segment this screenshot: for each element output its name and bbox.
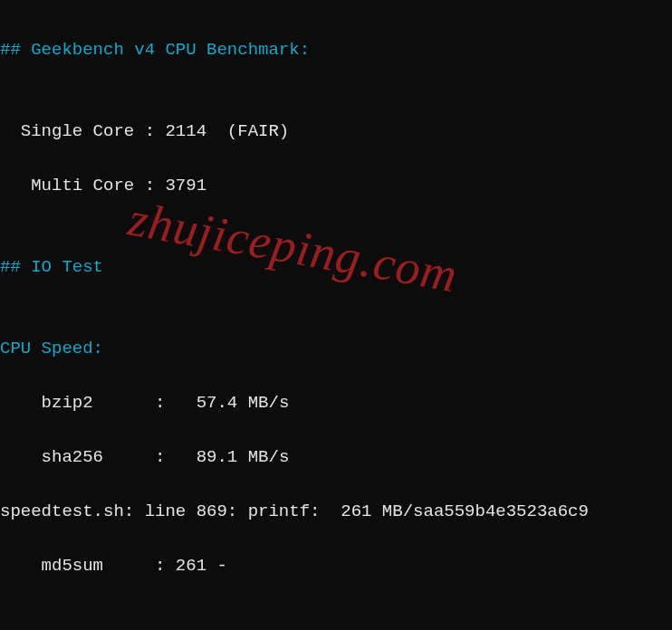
single-core-value: 2114 (FAIR) <box>165 121 289 141</box>
separator: : <box>145 393 176 413</box>
multi-core-value: 3791 <box>165 176 206 196</box>
md5sum-value: 261 - <box>176 556 227 576</box>
single-core-label: Single Core <box>0 121 134 141</box>
sha256-label: sha256 <box>0 447 145 467</box>
separator: : <box>145 556 176 576</box>
single-core-line: Single Core : 2114 (FAIR) <box>0 118 672 145</box>
geekbench-header: ## Geekbench v4 CPU Benchmark: <box>0 36 672 63</box>
sha256-value: 89.1 MB/s <box>176 447 289 467</box>
multi-core-line: Multi Core : 3791 <box>0 172 672 199</box>
separator: : <box>134 121 165 141</box>
separator: : <box>134 176 165 196</box>
md5sum-label: md5sum <box>0 556 145 576</box>
terminal-output: ## Geekbench v4 CPU Benchmark: Single Co… <box>0 0 672 630</box>
bzip2-line: bzip2 : 57.4 MB/s <box>0 389 672 416</box>
bzip2-value: 57.4 MB/s <box>176 393 289 413</box>
sha256-line: sha256 : 89.1 MB/s <box>0 444 672 471</box>
separator: : <box>145 447 176 467</box>
io-test-header: ## IO Test <box>0 253 672 281</box>
multi-core-label: Multi Core <box>0 176 134 196</box>
md5sum-line: md5sum : 261 - <box>0 552 672 579</box>
bzip2-label: bzip2 <box>0 393 145 413</box>
cpu-speed-label: CPU Speed: <box>0 335 672 362</box>
speedtest-error-line: speedtest.sh: line 869: printf: 261 MB/s… <box>0 498 672 525</box>
